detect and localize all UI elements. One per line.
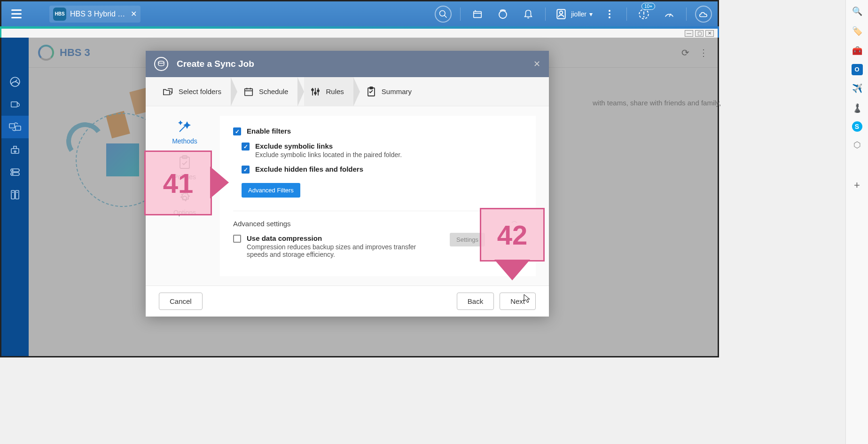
- next-button[interactable]: Next: [500, 293, 536, 310]
- svg-line-1: [445, 15, 447, 17]
- svg-rect-19: [9, 124, 15, 128]
- sidebar-item-backup[interactable]: [1, 93, 29, 116]
- more-icon[interactable]: [601, 6, 618, 23]
- wizard-stepper: Select folders Schedule Rules Summary: [146, 77, 549, 106]
- task-icon[interactable]: [494, 6, 511, 23]
- menu-hamburger-icon[interactable]: [7, 5, 26, 24]
- sync-icon: [154, 57, 168, 71]
- bell-icon[interactable]: [520, 6, 537, 23]
- svg-point-9: [609, 10, 610, 12]
- rules-panel: Enable filters Exclude symbolic links Ex…: [220, 116, 536, 276]
- user-menu[interactable]: jioller ▾: [554, 7, 593, 21]
- step-summary[interactable]: Summary: [360, 77, 421, 106]
- nav-label: Options: [173, 209, 196, 216]
- sidebar-item-sync[interactable]: [1, 116, 29, 138]
- step-select-folders[interactable]: Select folders: [157, 77, 231, 106]
- app-tab-title: HBS 3 Hybrid …: [70, 10, 125, 18]
- step-label: Rules: [326, 87, 344, 95]
- minimize-button[interactable]: —: [685, 30, 693, 37]
- compression-desc: Compression reduces backup sizes and imp…: [247, 243, 435, 258]
- exclude-symlinks-checkbox[interactable]: [242, 143, 250, 151]
- avatar-icon: [554, 7, 568, 21]
- svg-point-8: [560, 11, 563, 14]
- sliders-icon: [310, 86, 321, 97]
- svg-rect-28: [16, 190, 19, 199]
- clipboard-icon: [177, 154, 193, 170]
- svg-point-39: [312, 89, 313, 91]
- svg-rect-20: [16, 126, 21, 130]
- enable-filters-checkbox[interactable]: [233, 127, 241, 135]
- step-schedule[interactable]: Schedule: [237, 77, 298, 106]
- gear-icon: [177, 190, 193, 206]
- back-button[interactable]: Back: [457, 293, 494, 310]
- skype-icon[interactable]: S: [852, 121, 862, 132]
- search-icon[interactable]: 🔍: [851, 5, 864, 18]
- office-icon[interactable]: ⬡: [851, 138, 864, 151]
- briefcase-icon[interactable]: 🧰: [851, 44, 864, 57]
- exclude-symlinks-desc: Exclude symbolic links located in the pa…: [255, 151, 402, 159]
- svg-rect-18: [11, 102, 17, 107]
- svg-point-31: [158, 61, 164, 63]
- add-icon[interactable]: +: [851, 179, 864, 192]
- svg-point-26: [12, 174, 13, 174]
- dialog-title: Create a Sync Job: [177, 59, 254, 69]
- collapse-icon[interactable]: ︿: [511, 217, 518, 225]
- dialog-footer: Cancel Back Next: [146, 285, 549, 317]
- advanced-settings-section: Advanced settings ︿ Use data compression…: [233, 211, 523, 258]
- svg-point-41: [317, 90, 319, 92]
- chess-icon[interactable]: ♟️: [851, 102, 864, 115]
- user-name: jioller: [571, 10, 586, 18]
- sidebar-item-restore[interactable]: [1, 138, 29, 161]
- rules-nav-policies[interactable]: Policies: [159, 154, 211, 181]
- notification-badge-icon[interactable]: 10+: [635, 6, 652, 23]
- cancel-button[interactable]: Cancel: [159, 293, 203, 310]
- send-icon[interactable]: ✈️: [851, 82, 864, 95]
- dashboard-icon[interactable]: [469, 6, 486, 23]
- svg-point-25: [12, 170, 13, 171]
- outlook-icon[interactable]: O: [852, 64, 863, 75]
- create-sync-dialog: Create a Sync Job ✕ Select folders Sched…: [146, 51, 549, 317]
- svg-rect-27: [11, 190, 15, 199]
- rules-nav-methods[interactable]: Methods: [159, 119, 211, 145]
- advanced-filters-button[interactable]: Advanced Filters: [242, 183, 300, 198]
- exclude-hidden-label: Exclude hidden files and folders: [255, 165, 363, 173]
- exclude-symlinks-label: Exclude symbolic links: [255, 142, 402, 150]
- advanced-settings-title: Advanced settings: [233, 220, 523, 228]
- rules-nav-options[interactable]: Options: [159, 190, 211, 216]
- step-rules[interactable]: Rules: [304, 77, 353, 106]
- exclude-hidden-checkbox[interactable]: [242, 166, 250, 174]
- sidebar-item-services[interactable]: [1, 161, 29, 183]
- close-icon[interactable]: ✕: [131, 9, 137, 18]
- cloud-icon[interactable]: [695, 6, 712, 23]
- app-tab[interactable]: HBS HBS 3 Hybrid … ✕: [49, 6, 141, 23]
- badge-count: 10+: [641, 3, 655, 10]
- dialog-close-icon[interactable]: ✕: [533, 59, 540, 69]
- chevron-down-icon: ▾: [589, 10, 593, 18]
- rules-nav: Methods Policies Options: [159, 116, 211, 276]
- close-window-button[interactable]: ✕: [705, 30, 714, 37]
- wand-icon: [177, 119, 193, 135]
- step-label: Summary: [382, 87, 412, 95]
- svg-point-0: [440, 10, 446, 16]
- summary-icon: [366, 86, 377, 97]
- top-toolbar: jioller ▾ 10+: [435, 6, 712, 23]
- compression-settings-button: Settings: [450, 233, 485, 246]
- search-icon[interactable]: [435, 6, 452, 23]
- enable-filters-label: Enable filters: [247, 127, 291, 135]
- svg-point-14: [643, 16, 644, 16]
- svg-point-40: [314, 92, 316, 94]
- sidebar: [1, 38, 29, 356]
- compression-checkbox[interactable]: [233, 235, 241, 243]
- tags-icon[interactable]: 🏷️: [851, 24, 864, 38]
- gauge-icon[interactable]: [661, 6, 678, 23]
- sidebar-item-overview[interactable]: [1, 71, 29, 93]
- svg-point-5: [499, 11, 507, 18]
- top-bar: HBS HBS 3 Hybrid … ✕ jioller ▾ 10+: [0, 0, 719, 26]
- svg-rect-2: [474, 11, 482, 17]
- sidebar-item-storage[interactable]: [1, 183, 29, 206]
- compression-label: Use data compression: [247, 234, 435, 242]
- maximize-button[interactable]: ▢: [695, 30, 704, 37]
- nav-label: Policies: [173, 173, 196, 181]
- nav-label: Methods: [172, 137, 197, 145]
- right-toolbar: 🔍 🏷️ 🧰 O ✈️ ♟️ S ⬡ +: [845, 0, 868, 444]
